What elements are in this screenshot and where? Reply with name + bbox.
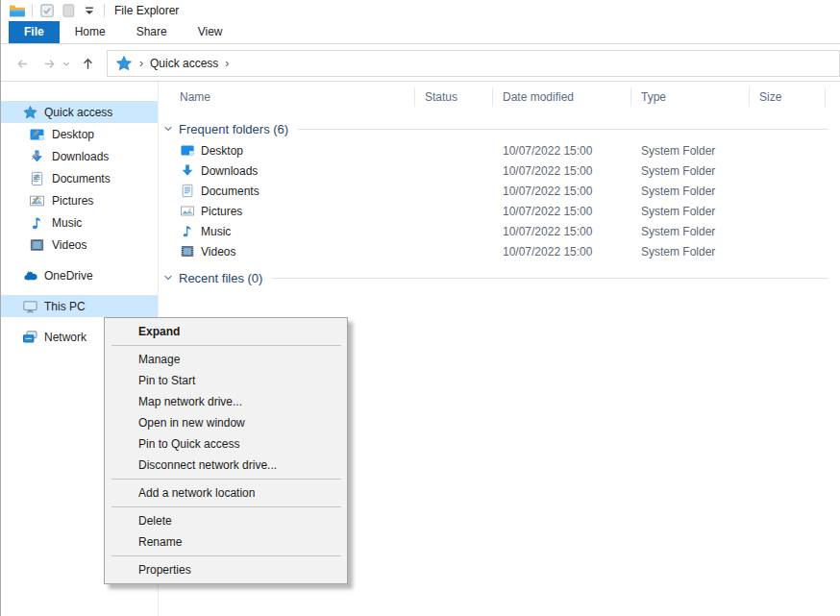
file-name-cell: Desktop (160, 143, 415, 159)
back-arrow-icon[interactable] (12, 54, 32, 73)
titlebar-separator (32, 4, 33, 17)
titlebar: File Explorer (1, 0, 840, 21)
breadcrumb-chevron-icon[interactable]: › (139, 57, 143, 70)
group-header-recent-files-0: Recent files (0) (161, 268, 828, 287)
file-list: Frequent folders (6)Desktop10/07/2022 15… (160, 119, 840, 287)
address-bar[interactable]: › Quick access › (107, 50, 840, 77)
file-name: Videos (201, 245, 235, 259)
group-title[interactable]: Frequent folders (6) (179, 122, 288, 136)
sidebar-item-music[interactable]: Music (1, 211, 158, 234)
sidebar-item-pictures[interactable]: Pictures (1, 189, 158, 211)
file-name: Downloads (201, 164, 258, 178)
file-date-modified: 10/07/2022 15:00 (493, 205, 631, 218)
menu-item-properties[interactable]: Properties (105, 559, 347, 580)
file-name-cell: Videos (160, 244, 415, 259)
documents-icon (179, 184, 195, 199)
sidebar-item-desktop[interactable]: Desktop (1, 123, 158, 145)
file-row-pictures[interactable]: Pictures10/07/2022 15:00System Folder (160, 201, 840, 221)
sidebar-item-label: Desktop (52, 128, 94, 141)
file-row-desktop[interactable]: Desktop10/07/2022 15:00System Folder (160, 140, 840, 160)
column-header-size[interactable]: Size (750, 87, 826, 107)
tab-view[interactable]: View (183, 21, 238, 43)
file-name-cell: Pictures (160, 204, 415, 219)
this-pc-icon (22, 299, 38, 314)
quick-access-star-icon (115, 56, 133, 71)
sidebar-item-onedrive[interactable]: OneDrive (1, 264, 158, 286)
file-date-modified: 10/07/2022 15:00 (493, 245, 631, 259)
file-explorer-window: File Explorer FileHomeShareView › Quick … (0, 0, 840, 616)
file-row-music[interactable]: Music10/07/2022 15:00System Folder (160, 221, 840, 241)
file-date-modified: 10/07/2022 15:00 (493, 164, 631, 178)
file-name-cell: Downloads (160, 163, 415, 179)
column-header-date-modified[interactable]: Date modified (493, 87, 631, 107)
ribbon-tab-bar: FileHomeShareView (1, 21, 840, 44)
qat-customize-caret-icon[interactable] (81, 3, 98, 18)
menu-item-rename[interactable]: Rename (105, 531, 347, 553)
menu-item-disconnect-network-drive[interactable]: Disconnect network drive... (105, 455, 347, 476)
forward-arrow-icon[interactable] (39, 54, 59, 73)
group-header-line (298, 129, 828, 130)
sidebar-item-videos[interactable]: Videos (1, 234, 158, 256)
column-header-type[interactable]: Type (631, 87, 750, 107)
sidebar-item-downloads[interactable]: Downloads (1, 145, 158, 167)
onedrive-icon (22, 268, 38, 283)
titlebar-separator (104, 4, 105, 17)
menu-separator (111, 345, 341, 346)
context-menu: ExpandManagePin to StartMap network driv… (104, 317, 348, 584)
network-icon (22, 330, 38, 345)
menu-item-pin-to-start[interactable]: Pin to Start (105, 370, 347, 391)
file-name: Music (201, 225, 231, 238)
menu-item-pin-to-quick-access[interactable]: Pin to Quick access (105, 433, 347, 455)
sidebar-item-this-pc[interactable]: This PC (1, 295, 158, 317)
file-name-cell: Documents (160, 184, 415, 199)
column-header-name[interactable]: Name (160, 87, 415, 107)
file-type: System Folder (631, 225, 750, 238)
file-row-downloads[interactable]: Downloads10/07/2022 15:00System Folder (160, 160, 840, 181)
navigation-bar: › Quick access › (1, 45, 840, 82)
videos-icon (179, 244, 195, 259)
properties-qat-icon[interactable] (38, 3, 56, 18)
menu-item-expand[interactable]: Expand (105, 321, 347, 342)
file-date-modified: 10/07/2022 15:00 (493, 144, 631, 158)
file-date-modified: 10/07/2022 15:00 (493, 225, 631, 238)
pictures-icon (179, 204, 195, 219)
window-title: File Explorer (114, 4, 179, 17)
column-header-status[interactable]: Status (415, 87, 493, 107)
sidebar-item-label: Documents (52, 172, 111, 185)
new-folder-qat-icon[interactable] (60, 3, 77, 18)
file-date-modified: 10/07/2022 15:00 (493, 185, 631, 198)
sidebar-item-quick-access[interactable]: Quick access (1, 101, 158, 123)
file-row-videos[interactable]: Videos10/07/2022 15:00System Folder (160, 241, 840, 261)
menu-item-open-in-new-window[interactable]: Open in new window (105, 412, 347, 433)
sidebar-item-documents[interactable]: Documents (1, 167, 158, 189)
downloads-icon (179, 163, 195, 179)
up-arrow-icon[interactable] (78, 54, 97, 73)
group-header-frequent-folders-6: Frequent folders (6) (161, 119, 828, 138)
pin-icon (29, 172, 41, 185)
group-chevron-icon[interactable] (161, 271, 175, 284)
menu-item-add-a-network-location[interactable]: Add a network location (105, 482, 347, 504)
group-chevron-icon[interactable] (161, 122, 175, 136)
tab-file[interactable]: File (9, 21, 60, 43)
menu-item-map-network-drive[interactable]: Map network drive... (105, 391, 347, 412)
sidebar-item-label: Downloads (52, 150, 109, 163)
menu-item-manage[interactable]: Manage (105, 349, 347, 370)
menu-item-delete[interactable]: Delete (105, 510, 347, 531)
tab-share[interactable]: Share (121, 21, 183, 43)
menu-separator (111, 555, 341, 556)
desktop-icon (179, 143, 195, 159)
videos-icon (29, 237, 45, 253)
menu-separator (111, 479, 341, 480)
dropdown-caret-icon[interactable] (61, 54, 72, 73)
file-row-documents[interactable]: Documents10/07/2022 15:00System Folder (160, 181, 840, 201)
file-type: System Folder (631, 144, 750, 158)
breadcrumb-chevron-icon[interactable]: › (225, 57, 229, 70)
menu-separator (111, 506, 341, 507)
group-title[interactable]: Recent files (0) (179, 271, 262, 285)
breadcrumb-quick-access[interactable]: Quick access (150, 57, 218, 70)
column-headers: NameStatusDate modifiedTypeSize (160, 82, 840, 112)
tab-home[interactable]: Home (60, 21, 121, 43)
music-icon (179, 224, 195, 239)
sidebar-item-label: Network (44, 331, 86, 344)
file-name-cell: Music (160, 224, 415, 239)
